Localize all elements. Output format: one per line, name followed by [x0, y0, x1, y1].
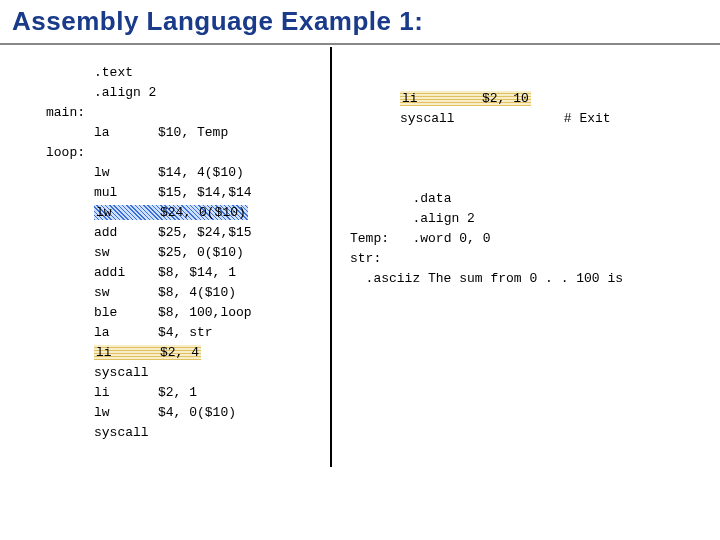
code-right-data: .data .align 2 Temp: .word 0, 0 str: .as… — [350, 189, 623, 289]
args-ble: $8, 100,loop — [158, 305, 252, 320]
slide: Assembly Language Example 1: .text .alig… — [0, 0, 720, 540]
op-mul: mul — [94, 183, 158, 203]
args-la2: $4, str — [158, 325, 213, 340]
args-la: $10, Temp — [158, 125, 228, 140]
args-lw1: $14, 4($10) — [158, 165, 244, 180]
op-addi: addi — [94, 263, 158, 283]
op-syscall2: syscall — [94, 425, 149, 440]
directive-align2: .align 2 — [412, 211, 474, 226]
comment-exit: # Exit — [564, 111, 611, 126]
args-sw2: $8, 4($10) — [158, 285, 236, 300]
args-li1: $2, 4 — [160, 345, 199, 360]
args-sw1: $25, 0($10) — [158, 245, 244, 260]
slide-body: .text .align 2 main: la$10, Temp loop: l… — [0, 45, 720, 537]
asciiz-line: .asciiz The sum from 0 . . 100 is — [366, 271, 623, 286]
label-loop: loop: — [46, 145, 85, 160]
op-lw1: lw — [94, 163, 158, 183]
op-syscall1: syscall — [94, 365, 149, 380]
code-right-top: li$2, 10 syscall # Exit — [400, 89, 611, 129]
directive-align: .align 2 — [94, 85, 156, 100]
op-li-exit: li — [402, 89, 482, 109]
op-sw2: sw — [94, 283, 158, 303]
op-li1: li — [96, 343, 160, 363]
args-addi: $8, $14, 1 — [158, 265, 236, 280]
args-lw3: $4, 0($10) — [158, 405, 236, 420]
op-li2: li — [94, 383, 158, 403]
label-temp: Temp: — [350, 231, 389, 246]
temp-word: .word 0, 0 — [412, 231, 490, 246]
op-add: add — [94, 223, 158, 243]
args-lw2: $24, 0($10) — [160, 205, 246, 220]
code-left-column: .text .align 2 main: la$10, Temp loop: l… — [46, 63, 252, 443]
directive-text: .text — [94, 65, 133, 80]
op-lw2: lw — [96, 203, 160, 223]
op-la: la — [94, 123, 158, 143]
args-add: $25, $24,$15 — [158, 225, 252, 240]
args-mul: $15, $14,$14 — [158, 185, 252, 200]
vertical-divider — [330, 47, 332, 467]
op-la2: la — [94, 323, 158, 343]
op-ble: ble — [94, 303, 158, 323]
op-lw3: lw — [94, 403, 158, 423]
args-li2: $2, 1 — [158, 385, 197, 400]
slide-title: Assembly Language Example 1: — [0, 0, 720, 45]
directive-data: .data — [412, 191, 451, 206]
op-syscall-exit: syscall — [400, 111, 455, 126]
label-main: main: — [46, 105, 85, 120]
label-str: str: — [350, 251, 381, 266]
op-sw1: sw — [94, 243, 158, 263]
args-li-exit: $2, 10 — [482, 91, 529, 106]
